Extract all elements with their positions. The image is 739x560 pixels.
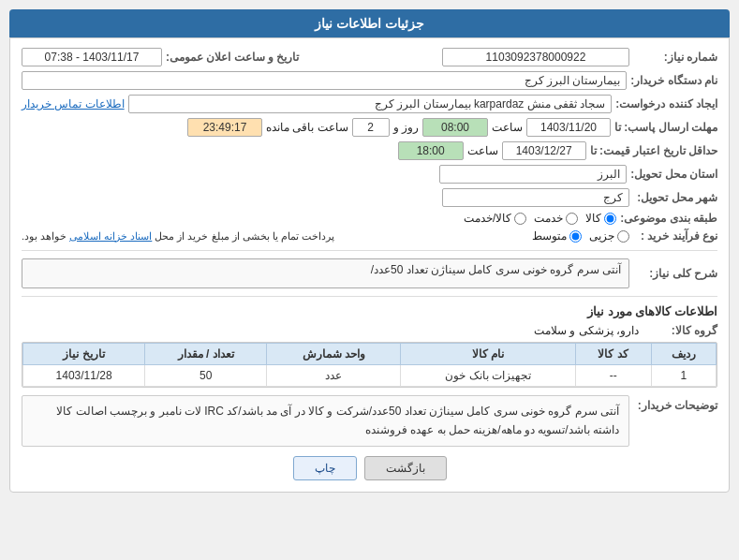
response-deadline-days-label: روز و <box>393 121 419 134</box>
cell-code: -- <box>575 365 651 387</box>
response-deadline-days: 2 <box>352 118 390 137</box>
goods-group-value: دارو، پزشکی و سلامت <box>534 324 639 337</box>
city-label: شهر محل تحویل: <box>633 191 717 204</box>
category-option-both[interactable]: کالا/خدمت <box>464 212 526 225</box>
goods-section-title: اطلاعات کالاهای مورد نیاز <box>22 304 717 318</box>
buyer-notes-text: آنتی سرم گروه خونی سری کامل سیناژن تعداد… <box>56 405 619 436</box>
page-title: جزئیات اطلاعات نیاز <box>9 9 730 37</box>
buyer-notes-box: آنتی سرم گروه خونی سری کامل سیناژن تعداد… <box>22 395 629 447</box>
category-radio-group: کالا خدمت کالا/خدمت <box>464 212 616 225</box>
response-deadline-date: 1403/11/20 <box>526 118 611 137</box>
purchase-option-jozi[interactable]: جزیی <box>589 229 629 243</box>
requester-label: ایجاد کننده درخواست: <box>615 97 717 111</box>
category-label-kala: کالا <box>585 212 601 225</box>
category-label: طبقه بندی موضوعی: <box>620 212 717 225</box>
buyer-org-value: بیمارستان البرز کرج <box>22 71 627 90</box>
purchase-label-mota: متوسط <box>532 229 567 243</box>
response-deadline-label: مهلت ارسال پاسب: تا <box>614 121 717 134</box>
response-deadline-time: 08:00 <box>422 118 488 137</box>
goods-group-label: گروه کالا: <box>643 324 717 337</box>
col-code: کد کالا <box>575 344 651 365</box>
col-name: نام کالا <box>401 344 575 365</box>
col-qty: تعداد / مقدار <box>145 344 267 365</box>
response-deadline-time-label: ساعت <box>492 121 523 134</box>
price-validity-date: 1403/12/27 <box>502 141 586 160</box>
payment-link[interactable]: اسناد خزانه اسلامی <box>69 230 152 242</box>
response-deadline-remaining-label: ساعت باقی مانده <box>266 121 348 134</box>
category-label-khadamat: خدمت <box>534 212 563 225</box>
category-radio-kala[interactable] <box>604 213 616 225</box>
price-validity-time: 18:00 <box>398 141 464 160</box>
category-radio-both[interactable] <box>514 213 526 225</box>
order-number-value: 1103092378000922 <box>442 48 629 66</box>
need-description-value: آنتی سرم گروه خونی سری کامل سیناژن تعداد… <box>22 258 629 288</box>
category-option-kala[interactable]: کالا <box>585 212 616 225</box>
requester-name: سجاد ثقفی منش karpardaz بیمارستان البرز … <box>128 95 613 113</box>
cell-date: 1403/11/28 <box>23 365 145 387</box>
col-date: تاریخ نیاز <box>23 344 145 365</box>
need-description-label: شرح کلی نیاز: <box>633 267 717 280</box>
goods-table: ردیف کد کالا نام کالا واحد شمارش تعداد /… <box>22 342 717 388</box>
buyer-notes-label: توضیحات خریدار: <box>633 395 717 412</box>
col-unit: واحد شمارش <box>267 344 401 365</box>
purchase-radio-jozi[interactable] <box>617 230 629 243</box>
category-radio-khadamat[interactable] <box>566 213 578 225</box>
province-label: استان محل تحویل: <box>630 168 717 181</box>
back-button[interactable]: بازگشت <box>364 456 447 480</box>
print-button[interactable]: چاپ <box>293 456 357 480</box>
requester-contact-link[interactable]: اطلاعات تماس خریدار <box>22 97 125 111</box>
purchase-option-mota[interactable]: متوسط <box>532 229 582 243</box>
table-row: 1 -- تجهیزات بانک خون عدد 50 1403/11/28 <box>23 365 717 387</box>
buyer-org-label: نام دستگاه خریدار: <box>630 74 717 87</box>
category-option-khadamat[interactable]: خدمت <box>534 212 578 225</box>
city-value: کرج <box>442 188 629 207</box>
price-validity-label: حداقل تاریخ اعتبار قیمت: تا <box>590 144 717 157</box>
payment-note: پرداخت تمام یا بخشی از مبلغ خرید از محل … <box>22 230 334 243</box>
col-row: ردیف <box>651 344 716 365</box>
cell-unit: عدد <box>267 365 401 387</box>
price-validity-time-label: ساعت <box>467 144 498 157</box>
province-value: البرز <box>439 165 627 184</box>
purchase-type-radio-group: جزیی متوسط <box>532 229 629 243</box>
datetime-value: 1403/11/17 - 07:38 <box>22 48 162 66</box>
datetime-label: تاریخ و ساعت اعلان عمومی: <box>166 51 299 64</box>
response-deadline-remaining: 23:49:17 <box>187 118 262 137</box>
purchase-type-label: نوع فرآیند خرید : <box>633 229 717 243</box>
order-number-label: شماره نیاز: <box>633 51 717 64</box>
cell-qty: 50 <box>145 365 267 387</box>
purchase-radio-mota[interactable] <box>569 230 582 243</box>
category-label-both: کالا/خدمت <box>464 212 511 225</box>
purchase-label-jozi: جزیی <box>589 229 614 243</box>
cell-name: تجهیزات بانک خون <box>401 365 575 387</box>
action-buttons: بازگشت چاپ <box>22 456 717 480</box>
cell-row: 1 <box>651 365 716 387</box>
